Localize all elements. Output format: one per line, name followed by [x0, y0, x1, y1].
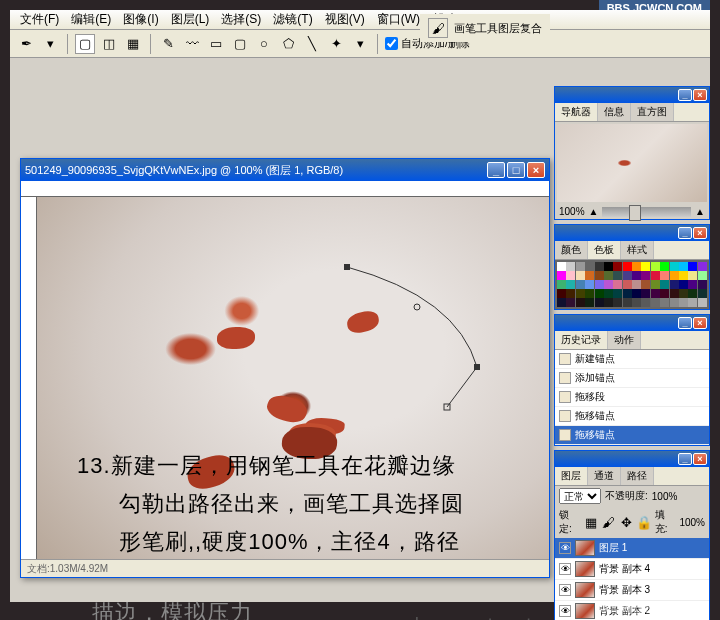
tab-actions[interactable]: 动作: [608, 331, 641, 349]
panel-close-button[interactable]: ×: [693, 89, 707, 101]
swatch[interactable]: [595, 262, 604, 271]
tab-history[interactable]: 历史记录: [555, 331, 608, 349]
swatch[interactable]: [557, 298, 566, 307]
lock-position-icon[interactable]: ✥: [620, 515, 633, 529]
tab-color[interactable]: 颜色: [555, 241, 588, 259]
swatch[interactable]: [688, 289, 697, 298]
swatch[interactable]: [641, 262, 650, 271]
tab-channels[interactable]: 通道: [588, 467, 621, 485]
visibility-icon[interactable]: 👁: [559, 563, 571, 575]
swatch[interactable]: [698, 280, 707, 289]
zoom-in-icon[interactable]: ▲: [695, 206, 705, 217]
layer-item[interactable]: 👁背景 副本 3: [555, 580, 709, 601]
swatch[interactable]: [557, 262, 566, 271]
swatch[interactable]: [698, 271, 707, 280]
swatch[interactable]: [660, 262, 669, 271]
swatch[interactable]: [632, 289, 641, 298]
blend-mode-select[interactable]: 正常: [559, 488, 601, 504]
swatch[interactable]: [585, 298, 594, 307]
swatch[interactable]: [557, 280, 566, 289]
history-item[interactable]: 拖移锚点: [555, 407, 709, 426]
swatch[interactable]: [660, 289, 669, 298]
tab-paths[interactable]: 路径: [621, 467, 654, 485]
swatch[interactable]: [651, 271, 660, 280]
rect-icon[interactable]: ▭: [206, 34, 226, 54]
fill-value[interactable]: 100%: [679, 517, 705, 528]
swatch[interactable]: [576, 280, 585, 289]
swatch[interactable]: [566, 271, 575, 280]
swatch[interactable]: [670, 271, 679, 280]
swatch[interactable]: [604, 280, 613, 289]
layer-item[interactable]: 👁背景 副本 4: [555, 559, 709, 580]
swatch[interactable]: [557, 271, 566, 280]
swatch[interactable]: [613, 271, 622, 280]
panel-close-button[interactable]: ×: [693, 317, 707, 329]
swatch[interactable]: [679, 289, 688, 298]
swatch[interactable]: [623, 298, 632, 307]
swatch[interactable]: [641, 298, 650, 307]
close-button[interactable]: ×: [527, 162, 545, 178]
dropdown-icon[interactable]: ▾: [350, 34, 370, 54]
canvas[interactable]: 13.新建一层，用钢笔工具在花瓣边缘 勾勒出路径出来，画笔工具选择圆 形笔刷,,…: [37, 197, 549, 577]
swatch[interactable]: [632, 280, 641, 289]
tab-info[interactable]: 信息: [598, 103, 631, 121]
swatch[interactable]: [641, 280, 650, 289]
swatch[interactable]: [576, 262, 585, 271]
layer-item[interactable]: 👁图层 1: [555, 538, 709, 559]
line-icon[interactable]: ╲: [302, 34, 322, 54]
tab-layers[interactable]: 图层: [555, 467, 588, 485]
swatch[interactable]: [651, 298, 660, 307]
swatch[interactable]: [585, 271, 594, 280]
paths-icon[interactable]: ◫: [99, 34, 119, 54]
dropdown-icon[interactable]: ▾: [40, 34, 60, 54]
swatch[interactable]: [566, 298, 575, 307]
swatch[interactable]: [698, 262, 707, 271]
swatch[interactable]: [585, 262, 594, 271]
swatch[interactable]: [623, 289, 632, 298]
swatch[interactable]: [688, 280, 697, 289]
swatch[interactable]: [651, 280, 660, 289]
swatch[interactable]: [679, 271, 688, 280]
swatch[interactable]: [576, 289, 585, 298]
menu-file[interactable]: 文件(F): [14, 9, 65, 30]
freeform-pen-icon[interactable]: 〰: [182, 34, 202, 54]
swatch[interactable]: [688, 298, 697, 307]
ellipse-icon[interactable]: ○: [254, 34, 274, 54]
swatch[interactable]: [632, 298, 641, 307]
swatch[interactable]: [670, 280, 679, 289]
history-item[interactable]: 拖移锚点: [555, 426, 709, 445]
swatch[interactable]: [632, 262, 641, 271]
history-item[interactable]: 新建锚点: [555, 350, 709, 369]
swatch[interactable]: [660, 280, 669, 289]
swatch[interactable]: [698, 289, 707, 298]
swatch[interactable]: [595, 298, 604, 307]
swatch[interactable]: [670, 262, 679, 271]
swatch[interactable]: [595, 289, 604, 298]
swatch[interactable]: [623, 280, 632, 289]
maximize-button[interactable]: □: [507, 162, 525, 178]
pen-icon[interactable]: ✎: [158, 34, 178, 54]
swatch[interactable]: [604, 262, 613, 271]
visibility-icon[interactable]: 👁: [559, 584, 571, 596]
swatch[interactable]: [604, 271, 613, 280]
menu-select[interactable]: 选择(S): [215, 9, 267, 30]
panel-minimize-button[interactable]: _: [678, 453, 692, 465]
menu-view[interactable]: 视图(V): [319, 9, 371, 30]
auto-add-delete-checkbox[interactable]: [385, 37, 398, 50]
menu-filter[interactable]: 滤镜(T): [267, 9, 318, 30]
menu-edit[interactable]: 编辑(E): [65, 9, 117, 30]
panel-close-button[interactable]: ×: [693, 227, 707, 239]
swatch[interactable]: [698, 298, 707, 307]
visibility-icon[interactable]: 👁: [559, 605, 571, 617]
swatch[interactable]: [679, 298, 688, 307]
fill-pixels-icon[interactable]: ▦: [123, 34, 143, 54]
menu-window[interactable]: 窗口(W): [371, 9, 426, 30]
shape-layers-icon[interactable]: ▢: [75, 34, 95, 54]
panel-minimize-button[interactable]: _: [678, 317, 692, 329]
history-item[interactable]: 拖移段: [555, 388, 709, 407]
menu-layer[interactable]: 图层(L): [165, 9, 216, 30]
swatch[interactable]: [576, 271, 585, 280]
swatch[interactable]: [566, 280, 575, 289]
tab-navigator[interactable]: 导航器: [555, 103, 598, 121]
swatch[interactable]: [679, 280, 688, 289]
